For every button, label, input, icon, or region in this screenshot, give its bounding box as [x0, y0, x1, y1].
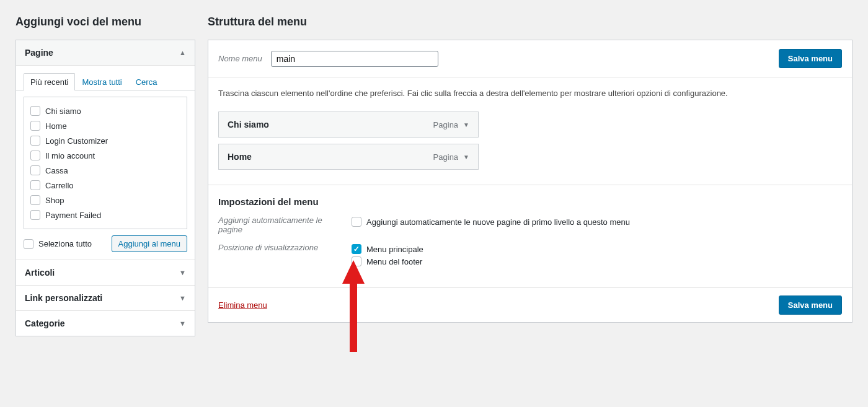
location-main-row[interactable]: Menu principale: [352, 243, 842, 255]
page-label: Il mio account: [45, 151, 95, 160]
chevron-down-icon: ▼: [179, 294, 186, 302]
auto-add-row[interactable]: Aggiungi automaticamente le nuove pagine…: [352, 216, 842, 228]
menu-item-type[interactable]: Pagina ▼: [433, 120, 469, 129]
tab-search[interactable]: Cerca: [129, 73, 164, 90]
add-to-menu-button[interactable]: Aggiungi al menu: [112, 235, 187, 252]
chevron-up-icon: ▲: [179, 49, 186, 56]
panel-custom-links-header[interactable]: Link personalizzati ▼: [16, 286, 195, 311]
chevron-down-icon: ▼: [179, 269, 186, 276]
page-checkbox[interactable]: [30, 210, 40, 220]
location-main-text: Menu principale: [366, 245, 423, 254]
display-location-label: Posizione di visualizzazione: [218, 243, 333, 268]
menu-header: Nome menu Salva menu: [208, 40, 852, 77]
page-item[interactable]: Cassa: [30, 163, 180, 178]
select-all-label: Seleziona tutto: [38, 239, 92, 248]
tab-recent[interactable]: Più recenti: [24, 73, 75, 90]
menu-item[interactable]: Home Pagina ▼: [218, 144, 479, 170]
pages-list: Chi siamo Home Login Customizer Il mio a…: [24, 97, 187, 229]
menu-structure-heading: Struttura del menu: [208, 15, 852, 28]
page-item[interactable]: Chi siamo: [30, 103, 180, 118]
page-item[interactable]: Payment Failed: [30, 208, 180, 222]
page-checkbox[interactable]: [30, 151, 40, 160]
page-label: Cassa: [45, 166, 68, 175]
page-checkbox[interactable]: [30, 165, 40, 175]
panel-custom-links-label: Link personalizzati: [25, 293, 102, 303]
auto-add-checkbox[interactable]: [352, 217, 361, 227]
save-menu-button-bottom[interactable]: Salva menu: [779, 295, 842, 315]
menu-name-input[interactable]: [271, 51, 438, 67]
menu-frame: Nome menu Salva menu Trascina ciascun el…: [208, 40, 852, 323]
select-all-row[interactable]: Seleziona tutto: [24, 237, 92, 252]
page-item[interactable]: Carrello: [30, 178, 180, 193]
save-menu-button-top[interactable]: Salva menu: [779, 49, 842, 68]
panel-pages-label: Pagine: [25, 48, 53, 58]
page-checkbox[interactable]: [30, 106, 40, 116]
panel-articles-header[interactable]: Articoli ▼: [16, 260, 195, 286]
pages-tabs: Più recenti Mostra tutti Cerca: [16, 73, 195, 90]
location-footer-checkbox[interactable]: [352, 256, 361, 266]
add-menu-items-heading: Aggiungi voci del menu: [16, 15, 195, 28]
location-footer-row[interactable]: Menu del footer: [352, 255, 842, 268]
menu-item-title: Home: [228, 152, 252, 162]
page-label: Payment Failed: [45, 211, 101, 220]
page-checkbox[interactable]: [30, 180, 40, 190]
page-checkbox[interactable]: [30, 121, 40, 131]
tab-show-all[interactable]: Mostra tutti: [75, 73, 128, 90]
auto-add-text: Aggiungi automaticamente le nuove pagine…: [366, 217, 630, 227]
chevron-down-icon: ▼: [463, 121, 469, 128]
panel-categories-label: Categorie: [25, 318, 65, 328]
page-item[interactable]: Shop: [30, 193, 180, 208]
panel-articles-label: Articoli: [25, 268, 55, 278]
menu-item[interactable]: Chi siamo Pagina ▼: [218, 112, 479, 138]
panel-categories-header[interactable]: Categorie ▼: [16, 311, 195, 336]
page-label: Home: [45, 121, 67, 131]
panel-pages-header[interactable]: Pagine ▲: [16, 40, 195, 66]
instructions-text: Trascina ciascun elemento nell'ordine ch…: [218, 89, 842, 98]
auto-add-label: Aggiungi automaticamente le pagine: [218, 216, 333, 234]
menu-item-type[interactable]: Pagina ▼: [433, 152, 469, 162]
chevron-down-icon: ▼: [463, 154, 469, 160]
page-label: Chi siamo: [45, 107, 81, 116]
page-item[interactable]: Il mio account: [30, 148, 180, 163]
delete-menu-link[interactable]: Elimina menu: [218, 300, 267, 310]
page-checkbox[interactable]: [30, 136, 40, 146]
accordion-container: Pagine ▲ Più recenti Mostra tutti Cerca …: [16, 40, 195, 336]
page-label: Shop: [45, 196, 64, 205]
page-checkbox[interactable]: [30, 195, 40, 205]
menu-name-label: Nome menu: [218, 54, 262, 63]
location-footer-text: Menu del footer: [366, 257, 422, 266]
select-all-checkbox[interactable]: [24, 239, 33, 249]
page-item[interactable]: Home: [30, 118, 180, 133]
page-item[interactable]: Login Customizer: [30, 133, 180, 148]
menu-settings-heading: Impostazioni del menu: [218, 196, 842, 207]
chevron-down-icon: ▼: [179, 320, 186, 327]
page-label: Carrello: [45, 181, 74, 190]
menu-footer: Elimina menu Salva menu: [208, 287, 852, 322]
panel-pages-body: Più recenti Mostra tutti Cerca Chi siamo…: [16, 66, 195, 260]
page-label: Login Customizer: [45, 136, 108, 146]
location-main-checkbox[interactable]: [352, 244, 361, 254]
menu-item-title: Chi siamo: [228, 120, 269, 129]
